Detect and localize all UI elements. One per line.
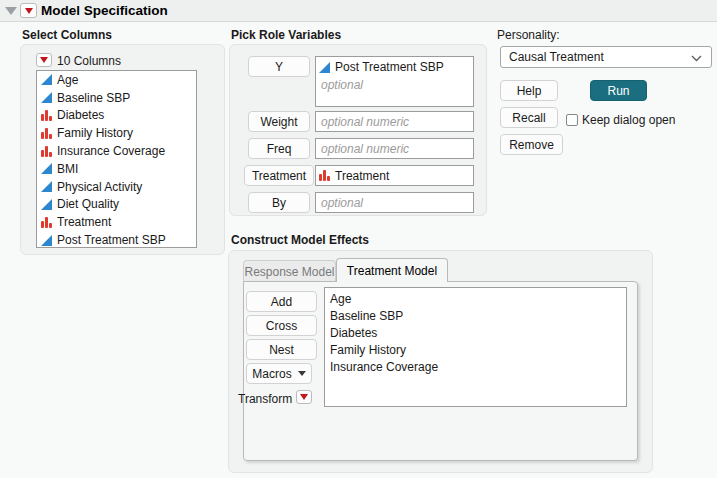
cross-button[interactable]: Cross	[246, 315, 317, 336]
red-triangle-icon	[25, 8, 33, 14]
keep-dialog-open-checkbox[interactable]	[566, 114, 578, 126]
nominal-icon	[41, 146, 52, 157]
red-triangle-icon	[40, 57, 48, 63]
remove-button[interactable]: Remove	[500, 134, 563, 155]
personality-dropdown[interactable]: Causal Treatment	[500, 46, 712, 68]
tab-treatment-model[interactable]: Treatment Model	[336, 258, 448, 282]
column-label: Family History	[57, 126, 133, 140]
freq-role-button[interactable]: Freq	[248, 138, 310, 159]
nominal-icon	[41, 110, 52, 121]
continuous-icon	[41, 92, 52, 103]
nominal-icon	[41, 128, 52, 139]
continuous-icon	[41, 74, 52, 85]
effect-item[interactable]: Insurance Coverage	[330, 359, 626, 376]
model-effects-label: Construct Model Effects	[231, 233, 369, 247]
disclosure-triangle-icon[interactable]	[5, 7, 17, 15]
weight-drop-zone[interactable]: optional numeric	[315, 111, 474, 132]
list-item[interactable]: Treatment	[37, 213, 196, 231]
recall-button[interactable]: Recall	[500, 107, 558, 128]
column-label: Diabetes	[57, 108, 104, 122]
y-placeholder: optional	[316, 75, 473, 92]
weight-placeholder: optional numeric	[321, 115, 409, 129]
column-label: BMI	[57, 162, 78, 176]
add-button[interactable]: Add	[246, 291, 317, 312]
keep-dialog-open-label: Keep dialog open	[582, 113, 675, 127]
y-drop-zone[interactable]: Post Treatment SBP optional	[315, 56, 474, 107]
freq-drop-zone[interactable]: optional numeric	[315, 138, 474, 159]
by-role-button[interactable]: By	[248, 192, 310, 213]
effect-item[interactable]: Age	[330, 290, 626, 307]
nominal-icon	[319, 170, 330, 181]
model-specification-titlebar: Model Specification	[0, 0, 717, 22]
continuous-icon	[41, 235, 52, 246]
chevron-down-icon	[691, 55, 702, 62]
column-label: Age	[57, 73, 78, 87]
transform-label: Transform	[238, 392, 292, 406]
continuous-icon	[319, 62, 330, 73]
effect-item[interactable]: Baseline SBP	[330, 307, 626, 324]
list-item[interactable]: Family History	[37, 124, 196, 142]
select-columns-label: Select Columns	[22, 28, 112, 42]
treatment-role-button[interactable]: Treatment	[244, 165, 314, 186]
list-item[interactable]: Baseline SBP	[37, 89, 196, 107]
by-placeholder: optional	[321, 196, 363, 210]
continuous-icon	[41, 181, 52, 192]
macros-label: Macros	[252, 367, 291, 381]
columns-count-label: 10 Columns	[57, 54, 121, 68]
column-label: Insurance Coverage	[57, 144, 165, 158]
list-item[interactable]: Age	[37, 71, 196, 89]
triangle-down-icon	[298, 371, 306, 376]
effect-item[interactable]: Diabetes	[330, 324, 626, 341]
list-item[interactable]: Diet Quality	[37, 196, 196, 214]
y-role-button[interactable]: Y	[248, 56, 310, 77]
column-label: Diet Quality	[57, 197, 119, 211]
red-triangle-icon	[300, 394, 308, 400]
run-button[interactable]: Run	[590, 80, 647, 101]
personality-selected-value: Causal Treatment	[509, 50, 604, 64]
effect-item[interactable]: Family History	[330, 342, 626, 359]
column-label: Treatment	[57, 215, 111, 229]
list-item[interactable]: Diabetes	[37, 107, 196, 125]
column-label: Post Treatment SBP	[57, 233, 166, 247]
role-value-label: Treatment	[335, 169, 389, 183]
list-item[interactable]: Insurance Coverage	[37, 142, 196, 160]
page-title: Model Specification	[41, 3, 168, 18]
continuous-icon	[41, 199, 52, 210]
help-button[interactable]: Help	[500, 80, 558, 101]
list-item[interactable]: BMI	[37, 160, 196, 178]
personality-label: Personality:	[497, 28, 560, 42]
y-role-value[interactable]: Post Treatment SBP	[316, 57, 473, 75]
role-value-label: Post Treatment SBP	[335, 60, 444, 74]
column-label: Baseline SBP	[57, 91, 130, 105]
tab-response-model[interactable]: Response Model	[243, 260, 336, 282]
freq-placeholder: optional numeric	[321, 142, 409, 156]
treatment-drop-zone[interactable]: Treatment	[315, 165, 474, 186]
transform-menu-button[interactable]	[296, 390, 312, 404]
list-item[interactable]: Post Treatment SBP	[37, 231, 196, 248]
columns-listbox[interactable]: Age Baseline SBP Diabetes Family History…	[36, 70, 197, 248]
nest-button[interactable]: Nest	[246, 339, 317, 360]
by-drop-zone[interactable]: optional	[315, 192, 474, 213]
continuous-icon	[41, 163, 52, 174]
effects-listbox[interactable]: Age Baseline SBP Diabetes Family History…	[324, 287, 627, 407]
macros-button[interactable]: Macros	[246, 363, 312, 384]
treatment-role-value[interactable]: Treatment	[316, 166, 473, 185]
list-item[interactable]: Physical Activity	[37, 178, 196, 196]
weight-role-button[interactable]: Weight	[248, 111, 310, 132]
columns-menu-button[interactable]	[36, 53, 52, 67]
nominal-icon	[41, 217, 52, 228]
model-spec-menu-button[interactable]	[20, 3, 37, 18]
column-label: Physical Activity	[57, 180, 142, 194]
pick-roles-label: Pick Role Variables	[231, 28, 341, 42]
